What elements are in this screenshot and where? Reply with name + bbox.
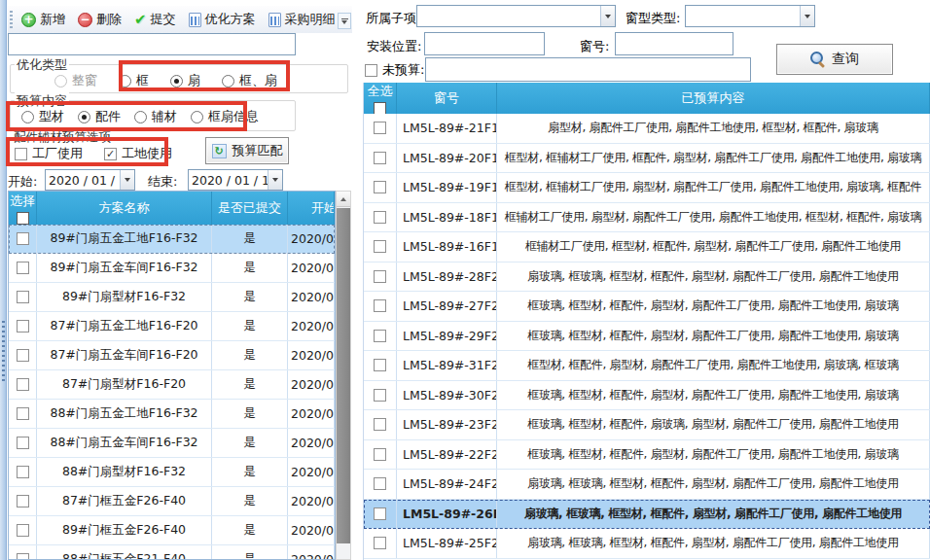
dropdown-button[interactable] bbox=[800, 6, 814, 26]
opt-type-radio[interactable]: 扇 bbox=[170, 72, 200, 89]
window-row[interactable]: LM5L-89#-30F28 框玻璃, 框型材, 框配件, 扇型材, 扇配件工厂… bbox=[364, 381, 930, 411]
window-row[interactable]: LM5L-89#-22F20 框玻璃, 框型材, 框配件, 扇型材, 扇配件工厂… bbox=[364, 440, 930, 471]
submitted-header[interactable]: 是否已提交 bbox=[212, 192, 288, 225]
budget-content-radio[interactable]: 型材 bbox=[21, 108, 64, 125]
dropdown-button[interactable] bbox=[120, 170, 134, 190]
window-row[interactable]: LM5L-89#-24F22 扇玻璃, 框玻璃, 框型材, 框配件, 扇型材, … bbox=[364, 470, 930, 500]
toolbar-grip[interactable] bbox=[10, 11, 13, 28]
window-row[interactable]: LM5L-89#-27F25 框玻璃, 框型材, 框配件, 扇型材, 扇配件工厂… bbox=[364, 292, 930, 322]
row-checkbox[interactable] bbox=[374, 240, 386, 253]
not-budgeted-checkbox-item[interactable]: 未预算: bbox=[365, 61, 424, 79]
select-all-checkbox[interactable] bbox=[17, 212, 29, 225]
budgeted-content-header[interactable]: 已预算内容 bbox=[497, 83, 930, 114]
window-type-select[interactable] bbox=[685, 5, 815, 27]
select-all-checkbox[interactable] bbox=[374, 102, 386, 115]
row-checkbox[interactable] bbox=[374, 537, 386, 549]
row-checkbox[interactable] bbox=[374, 418, 386, 431]
row-checkbox[interactable] bbox=[374, 508, 386, 520]
plan-start-cell: 2020/0 bbox=[288, 545, 335, 560]
scrollbar-thumb[interactable] bbox=[337, 208, 350, 543]
row-checkbox[interactable] bbox=[17, 320, 29, 332]
budget-content-radio[interactable]: 框扇信息 bbox=[191, 108, 259, 125]
plan-row[interactable]: 88#门扇五金工地F16-F32 是 2020/0 bbox=[9, 400, 335, 429]
window-row[interactable]: LM5L-89#-20F18 框型材, 框辅材工厂使用, 框配件, 扇型材, 扇… bbox=[364, 144, 930, 174]
row-checkbox[interactable] bbox=[374, 477, 386, 490]
plan-row[interactable]: 87#门扇五金工地F16-F20 是 2020/0 bbox=[9, 312, 335, 341]
row-checkbox[interactable] bbox=[374, 152, 386, 164]
row-checkbox[interactable] bbox=[374, 299, 386, 312]
row-checkbox[interactable] bbox=[17, 553, 29, 560]
start-date-value: 2020 / 01 / 1 bbox=[46, 173, 120, 188]
row-checkbox[interactable] bbox=[374, 330, 386, 342]
submit-button[interactable]: 提交 bbox=[129, 8, 181, 31]
window-row[interactable]: LM5L-89#-19F17 框型材, 框辅材工厂使用, 扇型材, 扇配件工厂使… bbox=[364, 173, 930, 203]
row-checkbox[interactable] bbox=[374, 448, 386, 461]
window-row[interactable]: LM5L-89#-18F16 框辅材工厂使用, 扇型材, 扇配件工厂使用, 扇配… bbox=[364, 203, 930, 233]
budget-content-radio[interactable]: 辅材 bbox=[134, 108, 177, 125]
dropdown-button[interactable] bbox=[600, 6, 615, 26]
row-checkbox[interactable] bbox=[374, 359, 386, 371]
end-date-picker[interactable]: 2020 / 01 / 13 bbox=[188, 169, 283, 191]
usage-checkbox-item[interactable]: 工厂使用 bbox=[15, 145, 83, 162]
plan-name-header[interactable]: 方案名称 bbox=[37, 192, 212, 225]
row-checkbox[interactable] bbox=[17, 349, 29, 362]
row-checkbox[interactable] bbox=[17, 407, 29, 420]
row-checkbox[interactable] bbox=[17, 291, 29, 303]
opt-type-radio[interactable]: 整窗 bbox=[54, 72, 97, 89]
row-checkbox[interactable] bbox=[17, 232, 29, 245]
row-checkbox[interactable] bbox=[17, 466, 29, 478]
not-budgeted-input[interactable] bbox=[425, 57, 751, 82]
plan-row[interactable]: 87#门扇型材F16-F20 是 2020/0 bbox=[9, 370, 335, 400]
window-row[interactable]: LM5L-89#-23F21 框玻璃, 框型材, 框配件, 扇玻璃, 扇型材, … bbox=[364, 410, 930, 440]
row-checkbox[interactable] bbox=[374, 270, 386, 283]
window-no-input[interactable] bbox=[615, 32, 733, 55]
start-date-picker[interactable]: 2020 / 01 / 1 bbox=[45, 169, 135, 191]
plan-row[interactable]: 87#门框五金F26-F40 是 2020/0 bbox=[9, 487, 335, 516]
add-button[interactable]: 新增 bbox=[17, 8, 70, 31]
budget-match-button[interactable]: 预算匹配 bbox=[205, 137, 289, 164]
plan-search-input[interactable] bbox=[8, 33, 296, 55]
start-header[interactable]: 开始 bbox=[288, 192, 335, 225]
window-row[interactable]: LM5L-89#-28F26 扇玻璃, 框玻璃, 框型材, 框配件, 扇型材, … bbox=[364, 262, 930, 293]
window-row[interactable]: LM5L-89#-25F23 扇玻璃, 框玻璃, 框型材, 框配件, 扇型材, … bbox=[364, 529, 930, 559]
row-checkbox[interactable] bbox=[374, 181, 386, 193]
usage-checkbox-item[interactable]: 工地使用 bbox=[104, 145, 172, 162]
sub-item-select[interactable] bbox=[416, 5, 616, 27]
plan-submitted-cell: 是 bbox=[212, 283, 288, 311]
window-row[interactable]: LM5L-89#-31F29 框型材, 框配件, 扇型材, 扇配件工厂使用, 扇… bbox=[364, 351, 930, 381]
window-row[interactable]: LM5L-89#-21F19 扇型材, 扇配件工厂使用, 扇配件工地使用, 框型… bbox=[364, 114, 930, 144]
delete-button[interactable]: 删除 bbox=[73, 8, 126, 31]
plan-row[interactable]: 88#门框五金F21-F40 是 2020/0 bbox=[9, 545, 335, 560]
window-row[interactable]: LM5L-89#-26F24 扇玻璃, 框玻璃, 框型材, 框配件, 扇型材, … bbox=[364, 500, 930, 530]
row-checkbox[interactable] bbox=[17, 524, 29, 537]
window-row[interactable]: LM5L-89#-29F27 框玻璃, 框型材, 框配件, 扇型材, 扇配件工厂… bbox=[364, 322, 930, 352]
row-checkbox[interactable] bbox=[17, 437, 29, 449]
budget-content-radio[interactable]: 配件 bbox=[78, 108, 121, 125]
window-no-header[interactable]: 窗号 bbox=[397, 83, 497, 114]
plan-row[interactable]: 88#门扇五金车间F16-F32 是 2020/0 bbox=[9, 429, 335, 458]
plan-row[interactable]: 89#门扇五金车间F16-F32 是 2020/0 bbox=[9, 254, 335, 283]
query-button[interactable]: 查询 bbox=[776, 44, 893, 75]
toolbar-overflow-button[interactable] bbox=[338, 13, 351, 29]
plan-row[interactable]: 89#门扇型材F16-F32 是 2020/0 bbox=[9, 283, 335, 312]
row-checkbox[interactable] bbox=[374, 211, 386, 224]
row-checkbox[interactable] bbox=[17, 378, 29, 391]
opt-type-radio[interactable]: 框、扇 bbox=[222, 72, 277, 89]
plan-table-scrollbar[interactable] bbox=[336, 191, 351, 560]
row-checkbox[interactable] bbox=[17, 262, 29, 274]
plan-row[interactable]: 89#门框五金F26-F40 是 2020/0 bbox=[9, 516, 335, 545]
row-checkbox[interactable] bbox=[374, 389, 386, 402]
plan-row[interactable]: 88#门扇型材F16-F32 是 2020/0 bbox=[9, 458, 335, 487]
install-pos-input[interactable] bbox=[424, 32, 545, 55]
dropdown-button[interactable] bbox=[268, 170, 282, 190]
plan-row[interactable]: 89#门扇五金工地F16-F32 是 2020/0 bbox=[9, 225, 335, 254]
row-checkbox[interactable] bbox=[374, 122, 386, 134]
opt-type-radio[interactable]: 框 bbox=[119, 72, 149, 89]
window-row[interactable]: LM5L-89#-16F15 框辅材工厂使用, 框型材, 框配件, 扇型材, 扇… bbox=[364, 232, 930, 262]
plan-row[interactable]: 87#门扇五金车间F16-F20 是 2020/0 bbox=[9, 341, 335, 370]
splitter-grip[interactable] bbox=[2, 321, 5, 383]
optimize-plan-button[interactable]: 优化方案 bbox=[184, 8, 261, 31]
row-checkbox[interactable] bbox=[17, 495, 29, 508]
scroll-up-button[interactable] bbox=[337, 192, 350, 207]
radio-label: 配件 bbox=[95, 108, 121, 125]
